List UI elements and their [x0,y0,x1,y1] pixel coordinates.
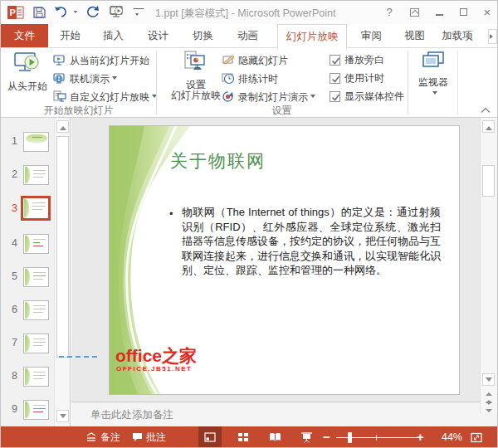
main-scrollbar[interactable] [480,118,498,413]
thumbnail-preview [23,132,49,152]
tab-addins[interactable]: 加载项 [436,24,479,47]
fit-to-window-button[interactable] [466,426,487,448]
powerpoint-window: P 1.ppt [兼容模式] - Microsoft PowerPoint ? … [0,0,498,448]
slides-scrollbar[interactable] [54,118,71,426]
monitors-dropdown[interactable] [432,91,437,97]
slide-thumbnail-4[interactable]: 4 [1,233,54,258]
scroll-down-button[interactable] [56,410,69,422]
from-current-slide-button[interactable]: 从当前幻灯片开始 [53,53,149,68]
redo-button[interactable] [86,6,100,21]
ribbon-collapse-button[interactable] [479,105,492,116]
setup-show-icon [182,51,210,75]
scroll-up-button[interactable] [482,120,495,133]
tab-home[interactable]: 开始 [54,24,86,47]
maximize-button[interactable] [455,6,471,20]
next-slide-button[interactable] [484,401,494,411]
zoom-in-button[interactable]: + [417,426,424,448]
online-globe-icon [53,72,66,85]
thumbnail-preview [23,300,49,320]
slide-thumbnail-1[interactable]: 1 [1,131,54,156]
ribbon: 从头开始 从当前幻灯片开始 联机演示 自定义幻灯片放映 开始放映幻灯片 设置 幻… [1,47,498,118]
start-slideshow-quick-button[interactable] [110,6,124,21]
from-beginning-button[interactable]: 从头开始 [3,51,51,92]
scroll-down-button[interactable] [482,373,495,386]
scroll-up-button[interactable] [56,120,69,133]
help-button[interactable]: ? [381,6,398,20]
undo-dropdown-arrow[interactable] [74,11,77,15]
scroll-thumb[interactable] [56,136,69,358]
slide-sorter-icon [238,432,249,442]
slide-bullet-text[interactable]: 物联网（The Internet of things）的定义是：通过射频识别（R… [182,205,441,278]
setup-slideshow-button[interactable]: 设置 幻灯片放映 [170,51,222,101]
slide-thumbnail-5[interactable]: 5 [1,266,54,291]
zoom-percentage[interactable]: 44% [432,426,462,448]
tab-transitions[interactable]: 切换 [187,24,219,47]
close-button[interactable]: × [479,6,496,20]
notes-icon [85,432,97,442]
qat-customize-button[interactable] [134,8,144,21]
thumbnail-preview [23,334,49,353]
tab-file[interactable]: 文件 [1,24,48,47]
powerpoint-logo-icon: P [7,5,24,22]
undo-button[interactable] [54,6,68,21]
slideshow-view-button[interactable] [295,426,318,448]
slide-thumbnail-6[interactable]: 6 [1,299,54,324]
slide-thumbnail-7[interactable]: 7 [1,333,54,358]
checkbox-use-timings[interactable]: 使用计时 [330,72,384,85]
hide-slide-icon [222,54,235,66]
minimize-button[interactable] [431,6,447,20]
reading-view-button[interactable] [263,426,286,448]
fit-window-icon [471,432,482,443]
window-title: 1.ppt [兼容模式] - Microsoft PowerPoint [155,7,335,21]
thumbnail-preview [23,165,49,185]
record-dropdown[interactable] [310,95,315,100]
record-slideshow-button[interactable]: 录制幻灯片演示 [222,90,315,105]
ribbon-tab-bar: 文件 开始 插入 设计 切换 动画 幻灯片放映 审阅 视图 加载项 [1,24,498,47]
tab-view[interactable]: 视图 [398,24,431,47]
normal-view-button[interactable] [198,426,222,448]
present-online-dropdown[interactable] [112,76,117,82]
pane-splitter-indicator[interactable] [59,356,97,358]
slide-sorter-button[interactable] [232,426,255,448]
checkbox-show-media-controls[interactable]: 显示媒体控件 [330,90,404,104]
slide-thumbnail-3[interactable]: 3 [1,198,54,223]
hide-slide-button[interactable]: 隐藏幻灯片 [222,53,288,68]
notes-toggle-button[interactable]: 备注 [85,426,120,448]
record-icon [222,90,235,103]
save-button[interactable] [33,6,46,21]
bullet-marker: • [169,207,173,220]
slide-thumbnail-9[interactable]: 9 [1,399,54,424]
zoom-out-button[interactable]: − [323,426,330,448]
slide-title[interactable]: 关于物联网 [170,149,266,173]
slides-panel: 1 2 3 4 5 6 7 8 9 [1,118,54,426]
tab-insert[interactable]: 插入 [97,24,129,47]
rehearse-clock-icon [222,72,235,85]
custom-slideshow-button[interactable]: 自定义幻灯片放映 [53,90,157,105]
group-label-start-show: 开始放映幻灯片 [1,105,156,116]
slide-thumbnail-2[interactable]: 2 [1,164,54,189]
zoom-slider-center-tick [376,435,377,441]
slide[interactable]: 关于物联网 • 物联网（The Internet of things）的定义是：… [109,125,460,395]
tab-overflow-arrow[interactable] [488,29,497,44]
tab-animations[interactable]: 动画 [232,24,264,47]
present-online-button[interactable]: 联机演示 [53,71,117,86]
checkbox-play-narrations[interactable]: 播放旁白 [330,54,384,67]
tab-slideshow[interactable]: 幻灯片放映 [277,24,347,49]
monitors-button[interactable]: 监视器 [411,51,456,100]
checkbox-icon [330,73,340,84]
comments-toggle-button[interactable]: 批注 [132,426,166,448]
screen-play-icon [12,51,42,77]
watermark-title: office之家 [115,344,197,368]
zoom-slider-thumb[interactable] [348,432,352,443]
thumbnail-preview [23,367,49,387]
ribbon-display-options-button[interactable] [406,6,422,20]
reading-view-icon [269,432,281,442]
scroll-thumb[interactable] [482,165,495,197]
slide-thumbnail-8[interactable]: 8 [1,366,54,391]
notes-pane[interactable]: 单击此处添加备注 [71,402,498,426]
thumbnail-preview [23,234,49,254]
tab-design[interactable]: 设计 [142,24,174,47]
tab-review[interactable]: 审阅 [355,24,388,47]
rehearse-timings-button[interactable]: 排练计时 [222,71,278,86]
previous-slide-button[interactable] [484,388,494,399]
